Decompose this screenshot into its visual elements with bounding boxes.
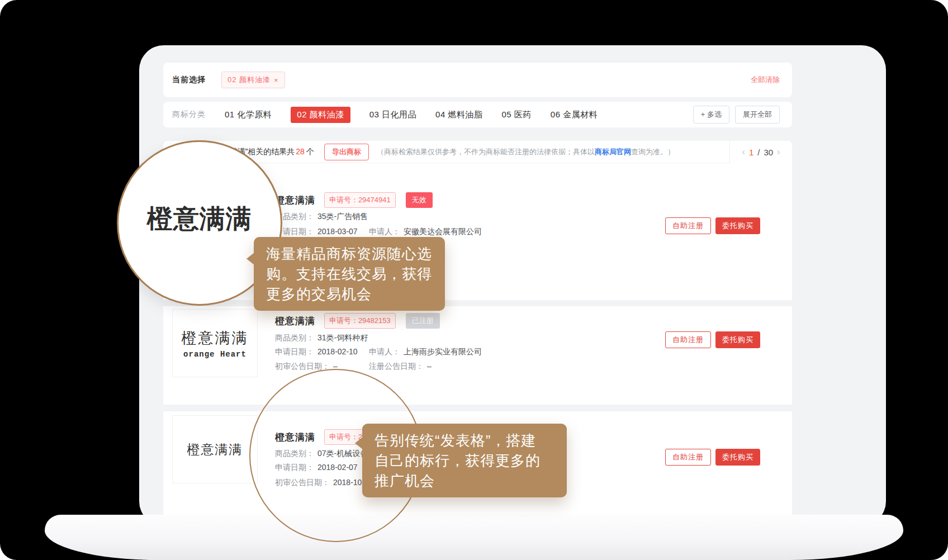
category-bar-label: 商标分类 <box>172 110 206 120</box>
results-count: 28 <box>296 147 305 156</box>
self-register-button[interactable]: 自助注册 <box>665 331 711 348</box>
laptop-base <box>45 515 903 560</box>
current-page: 1 <box>749 148 753 157</box>
pagination: ‹ 1 / 30 › <box>729 141 792 163</box>
category-item-04[interactable]: 04 燃料油脂 <box>435 110 482 120</box>
application-number-tag: 申请号：29474941 <box>324 192 396 208</box>
callout-tooltip-trade: 海量精品商标资源随心选 购。支持在线交易，获得 更多的交易机会 <box>254 237 445 311</box>
reg-notice: 注册公告日期：– <box>369 360 432 372</box>
category-bar-actions: + 多选 展开全部 <box>693 106 780 124</box>
selected-filter-tag-label: 02 颜料油漆 <box>227 75 271 85</box>
category-item-03[interactable]: 03 日化用品 <box>369 110 416 120</box>
trademark-office-link[interactable]: 商标局官网 <box>595 148 631 156</box>
clear-all-button[interactable]: 全部清除 <box>751 75 780 85</box>
next-page-icon[interactable]: › <box>777 146 780 158</box>
row-title-line: 橙意满满 申请号：29474941 无效 <box>275 192 433 205</box>
apply-date-line: 申请日期：2018-03-07 申请人：安徽美达会展有限公司 <box>275 225 358 238</box>
status-badge: 无效 <box>406 192 433 208</box>
self-register-button[interactable]: 自助注册 <box>665 217 711 234</box>
total-pages: 30 <box>764 148 773 157</box>
callout-tooltip-promo: 告别传统“发表格”，搭建 自己的标行，获得更多的 推广机会 <box>362 424 567 497</box>
category-item-01[interactable]: 01 化学原料 <box>225 110 272 120</box>
current-selection-bar: 当前选择 02 颜料油漆 × 全部清除 <box>163 63 792 97</box>
entrust-buy-button[interactable]: 委托购买 <box>715 331 760 348</box>
magnified-trademark-text: 橙意满满 <box>147 202 252 236</box>
row-title-line: 橙意满满 申请号：29482153 已注册 <box>275 313 440 325</box>
export-trademarks-button[interactable]: 导出商标 <box>324 144 369 160</box>
black-backdrop: 当前选择 02 颜料油漆 × 全部清除 商标分类 01 化学原料 02 颜料油漆… <box>0 0 948 560</box>
results-count-unit: 个 <box>306 147 314 156</box>
results-header: 为您检索到“橙意满满”相关的结果共28个 导出商标 （商标检索结果仅供参考，不作… <box>163 141 792 163</box>
prev-page-icon[interactable]: ‹ <box>742 146 745 158</box>
entrust-buy-button[interactable]: 委托购买 <box>715 217 760 234</box>
application-number-tag: 申请号：29482153 <box>324 313 396 329</box>
applicant: 申请人：上海雨步实业有限公司 <box>369 345 482 358</box>
expand-all-button[interactable]: 展开全部 <box>735 106 780 124</box>
entrust-buy-button[interactable]: 委托购买 <box>715 449 760 466</box>
trademark-name[interactable]: 橙意满满 <box>275 195 315 206</box>
page-separator: / <box>757 148 760 157</box>
category-item-02-selected[interactable]: 02 颜料油漆 <box>291 107 350 123</box>
category-item-06[interactable]: 06 金属材料 <box>551 110 598 120</box>
trademark-name[interactable]: 橙意满满 <box>275 316 315 326</box>
results-disclaimer: （商标检索结果仅供参考，不作为商标能否注册的法律依据；具体以商标局官网查询为准。… <box>377 147 675 157</box>
category-bar: 商标分类 01 化学原料 02 颜料油漆 03 日化用品 04 燃料油脂 05 … <box>163 102 792 127</box>
trademark-thumbnail[interactable]: 橙意满满 <box>172 415 258 483</box>
table-row: 橙意满满 orange Heart 橙意满满 申请号：29482153 已注册 … <box>163 306 792 405</box>
status-badge: 已注册 <box>406 313 440 329</box>
category-line: 商品类别：35类-广告销售 <box>275 210 368 222</box>
category-item-05[interactable]: 05 医药 <box>501 110 531 120</box>
applicant: 申请人：安徽美达会展有限公司 <box>369 225 482 238</box>
selected-filter-tag[interactable]: 02 颜料油漆 × <box>221 72 285 88</box>
category-line: 商品类别：31类-饲料种籽 <box>275 331 368 344</box>
row-divider <box>163 405 792 411</box>
multi-select-button[interactable]: + 多选 <box>693 106 729 124</box>
trademark-thumbnail[interactable]: 橙意满满 orange Heart <box>172 309 258 377</box>
self-register-button[interactable]: 自助注册 <box>665 449 711 466</box>
apply-date-line: 申请日期：2018-02-10 申请人：上海雨步实业有限公司 <box>275 345 358 358</box>
close-icon[interactable]: × <box>274 76 279 84</box>
current-selection-label: 当前选择 <box>172 75 206 85</box>
